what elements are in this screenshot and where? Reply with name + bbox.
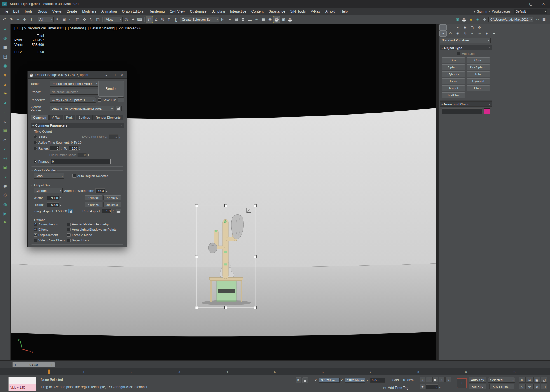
listener-text[interactable]: "sLib v 1.50 [9, 384, 36, 391]
shapes-category-icon[interactable]: ◠ [447, 31, 454, 36]
grid-array-icon[interactable]: ▦ [2, 44, 9, 51]
key-mode-toggle-icon[interactable]: ◈ [420, 384, 425, 389]
image-aspect-lock-button[interactable] [68, 209, 73, 213]
project-folder-icon[interactable]: ▱ [534, 16, 540, 23]
angle-snap-icon[interactable]: ∠ [153, 16, 159, 23]
spinner-arrows-icon[interactable] [60, 146, 62, 151]
object-color-swatch[interactable] [484, 108, 490, 114]
edit-named-sets-icon[interactable]: {} [173, 16, 179, 23]
spray-icon[interactable]: ∴ [2, 109, 9, 115]
pan-icon[interactable]: ✛ [526, 384, 533, 389]
flag-icon[interactable]: ⚑ [2, 220, 9, 226]
mesh-icon[interactable]: ▧ [2, 127, 9, 134]
layer-explorer-icon[interactable]: ≣ [240, 16, 246, 23]
previous-frame-arrow-icon[interactable]: ◄ [13, 363, 17, 366]
menu-item[interactable]: Interactive [228, 8, 249, 15]
bind-to-spacewarp-icon[interactable]: ≬ [28, 16, 34, 23]
menu-item[interactable]: V-Ray [308, 8, 323, 15]
previous-frame-icon[interactable]: ‹ [426, 377, 432, 382]
zoom-extents-icon[interactable]: ▣ [533, 377, 540, 383]
time-slider-handle[interactable]: ◄ 0 / 10 ► [12, 362, 55, 367]
unlink-selection-icon[interactable]: ⊘ [21, 16, 28, 23]
spacewarps-category-icon[interactable]: ≋ [476, 31, 483, 36]
object-type-rollout-header[interactable]: Object Type [440, 45, 492, 50]
key-filters-button[interactable]: Key Filters... [489, 384, 514, 389]
titlebar[interactable]: 3 Studio_Lighting.max - Autodesk 3ds Max… [0, 0, 550, 8]
auto-region-checkbox[interactable] [72, 174, 76, 178]
dope-sheet-icon[interactable]: ▦ [260, 16, 266, 23]
spinner-arrows-icon[interactable] [78, 146, 81, 151]
range-from-spinner[interactable]: 0 [50, 146, 62, 151]
window-crossing-icon[interactable]: ◫ [74, 16, 81, 23]
spinner-arrows-icon[interactable] [105, 188, 108, 193]
key-selection-set-select[interactable]: Selected [488, 377, 515, 383]
menu-item[interactable]: Animation [99, 8, 120, 15]
box-button[interactable]: Box [442, 57, 465, 63]
displacement-checkbox[interactable]: Displacement [34, 233, 65, 237]
select-and-scale-icon[interactable]: ◱ [95, 16, 101, 23]
wave-icon[interactable]: ∿ [2, 173, 9, 180]
viewport-layout-icon[interactable]: ⊞ [541, 16, 547, 23]
height-spinner[interactable]: 6000 [47, 202, 62, 207]
lights-category-icon[interactable]: ☀ [454, 31, 461, 36]
half-sphere-icon[interactable]: ◐ [2, 146, 9, 152]
current-frame-spinner[interactable]: 0 [426, 384, 441, 389]
z-coordinate-field[interactable]: 0.0cm [370, 378, 385, 383]
target-icon[interactable]: ◎ [2, 155, 9, 162]
size-720x486-button[interactable]: 720x486 [103, 195, 121, 200]
select-and-move-icon[interactable]: ✛ [81, 16, 88, 23]
menu-item[interactable]: Tools [22, 8, 35, 15]
modify-tab-icon[interactable]: ≈ [447, 25, 454, 30]
auto-key-button[interactable]: Auto Key [469, 377, 486, 383]
view-to-render-select[interactable]: Quad 4 - VRayPhysicalCamera001 [50, 106, 114, 111]
textplus-button[interactable]: TextPlus [442, 92, 465, 98]
object-name-input[interactable] [442, 108, 482, 114]
dialog-maximize-button[interactable]: ▢ [111, 72, 117, 78]
dialog-titlebar[interactable]: ☕ Render Setup: V-Ray GPU 7, updat... – … [28, 71, 127, 79]
snaps-toggle-icon[interactable]: 3³ [146, 16, 153, 23]
project-folder-select[interactable]: C:\Users\Va...ds Max 2021 [488, 17, 533, 22]
sini-torus-icon[interactable]: ◍ [2, 35, 9, 41]
select-and-manipulate-icon[interactable]: ✦ [130, 16, 136, 23]
common-parameters-rollout[interactable]: Common Parameters [31, 123, 124, 128]
go-to-start-icon[interactable]: « [420, 377, 425, 382]
tab-vray[interactable]: V-Ray [49, 115, 63, 120]
outline-icon[interactable]: ○ [2, 118, 9, 125]
pyramid-button[interactable]: Pyramid [467, 78, 490, 84]
viewport-label-segment[interactable]: [ + ] [14, 26, 20, 30]
geometry-category-icon[interactable]: ● [440, 31, 446, 36]
sphere-paint-icon[interactable]: ◕ [2, 99, 9, 106]
force-2-sided-checkbox[interactable]: Force 2-Sided [67, 233, 121, 237]
teapot-button[interactable]: Teapot [442, 85, 465, 91]
spinner-arrows-icon[interactable] [118, 134, 121, 139]
hierarchy-tab-icon[interactable]: ≡ [454, 25, 461, 30]
plane-button[interactable]: Plane [467, 85, 490, 91]
pixel-aspect-lock-button[interactable] [116, 209, 121, 213]
list-panel-icon[interactable]: ▤ [2, 53, 9, 60]
area-lights-shadows-checkbox[interactable]: Area Lights/Shadows as Points [67, 228, 121, 231]
create-tab-icon[interactable]: + [440, 25, 446, 30]
zoom-all-icon[interactable]: ⊚ [526, 377, 533, 383]
spinner-arrows-icon[interactable] [59, 196, 62, 200]
reference-coordinate-select[interactable]: View [104, 17, 123, 22]
area-mode-select[interactable]: Crop [34, 173, 64, 179]
close-button[interactable]: ✕ [537, 0, 550, 8]
width-spinner[interactable]: 9000 [47, 196, 62, 200]
sini-sphere-icon[interactable]: ● [2, 25, 9, 32]
region-crop-icon[interactable] [247, 208, 251, 212]
menu-item[interactable]: Substance [266, 8, 288, 15]
x-coordinate-field[interactable]: -97.028cm [319, 378, 340, 383]
torus-button[interactable]: Torus [442, 78, 465, 84]
menu-item[interactable]: Group [35, 8, 50, 15]
render-setup-icon[interactable]: ☕ [273, 16, 280, 23]
effects-checkbox[interactable]: Effects [34, 228, 65, 231]
utilities-tab-icon[interactable]: ⚙ [476, 25, 483, 30]
display-tab-icon[interactable]: ▢ [469, 25, 476, 30]
size-800x600-button[interactable]: 800x600 [103, 202, 121, 207]
viewport-label-segment[interactable]: [ Default Shading ] [88, 26, 117, 30]
dialog-minimize-button[interactable]: – [103, 72, 109, 78]
viewport-label-segment[interactable]: <<Disabled>> [119, 26, 141, 30]
tab-settings[interactable]: Settings [76, 115, 93, 120]
target-select[interactable]: Production Rendering Mode [50, 81, 99, 87]
size-320x240-button[interactable]: 320x240 [85, 195, 102, 200]
